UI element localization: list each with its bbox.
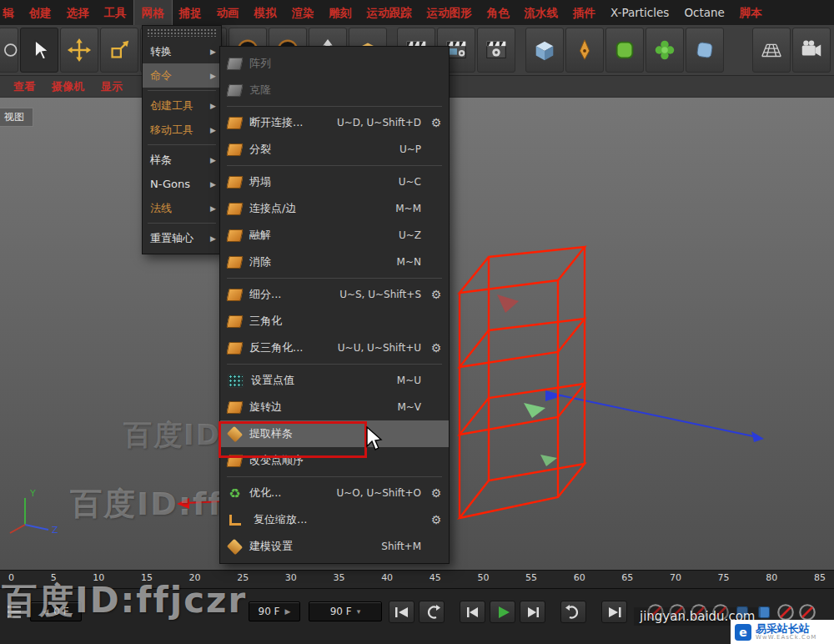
range-end-field[interactable]: 90 F ▶ xyxy=(249,601,300,621)
menu-separator xyxy=(227,165,442,166)
menu-xparticles[interactable]: X-Particles xyxy=(603,0,676,25)
menu-item-ngons[interactable]: N-Gons ▶ xyxy=(143,172,221,196)
menu-item-extract-spline[interactable]: 提取样条 xyxy=(220,420,449,447)
menu-item-optimize[interactable]: ♻ 优化... U~O, U~Shift+O ⚙ xyxy=(220,480,449,506)
site-logo-mark: e xyxy=(735,624,751,641)
menu-item-commands[interactable]: 命令 ▶ xyxy=(143,63,221,88)
menu-item-collapse[interactable]: 坍塌 U~C xyxy=(220,169,449,195)
ruler-tick: 35 xyxy=(333,573,344,583)
menu-mesh[interactable]: 网格 xyxy=(134,0,172,25)
menu-tools[interactable]: 工具 xyxy=(97,0,134,25)
menu-item-label: 细分... xyxy=(249,287,281,302)
max-frame-field[interactable]: 90 F ▾ xyxy=(309,601,382,621)
gear-icon[interactable]: ⚙ xyxy=(429,288,444,301)
menu-simulate[interactable]: 模拟 xyxy=(247,0,284,25)
ruler-tick: 65 xyxy=(621,573,633,583)
gear-icon[interactable]: ⚙ xyxy=(429,486,444,500)
menu-item-split[interactable]: 分裂 U~P xyxy=(220,136,449,163)
play-backwards-button[interactable] xyxy=(419,601,445,623)
gear-icon[interactable]: ⚙ xyxy=(429,116,444,129)
menu-separator xyxy=(148,90,216,91)
menu-item-convert[interactable]: 转换 ▶ xyxy=(143,39,221,63)
live-selection-cursor-icon[interactable] xyxy=(20,28,58,73)
current-frame-field[interactable]: ◀ 0 F xyxy=(30,601,82,621)
timeline-ruler[interactable]: 0 5 10 15 20 25 30 35 40 45 50 55 60 65 … xyxy=(0,570,834,588)
deformer-icon[interactable] xyxy=(686,28,724,73)
menu-item-weld-points-edges[interactable]: 连接点/边 M~M xyxy=(220,195,449,222)
range-increment-icon[interactable]: ▶ xyxy=(285,607,291,616)
menu-item-triangulate[interactable]: 三角化 xyxy=(220,308,449,335)
gear-icon[interactable]: ⚙ xyxy=(429,341,444,355)
menu-pipeline[interactable]: 流水线 xyxy=(517,0,566,25)
viewport-menu-camera[interactable]: 摄像机 xyxy=(43,76,93,98)
menu-item-reorder-points[interactable]: 改变点顺序 xyxy=(220,447,449,474)
shortcut-label: Shift+M xyxy=(381,541,421,552)
menu-render[interactable]: 渲染 xyxy=(284,0,322,25)
menu-item-reset-scale[interactable]: 复位缩放... ⚙ xyxy=(220,506,449,533)
shortcut-label: M~V xyxy=(397,401,421,413)
menu-item-subdivide[interactable]: 细分... U~S, U~Shift+S ⚙ xyxy=(220,281,449,308)
viewport-menu-view[interactable]: 查看 xyxy=(5,76,43,98)
menu-character[interactable]: 角色 xyxy=(480,0,517,25)
play-button[interactable] xyxy=(490,601,515,623)
loop-playback-button[interactable] xyxy=(560,601,586,623)
shortcut-label: U~O, U~Shift+O xyxy=(336,487,421,499)
menu-snap[interactable]: 捕捉 xyxy=(172,0,209,25)
menu-sculpt[interactable]: 雕刻 xyxy=(322,0,359,25)
menu-item-spline[interactable]: 样条 ▶ xyxy=(143,148,221,172)
menu-plugins[interactable]: 插件 xyxy=(565,0,603,25)
menu-tearoff-strip[interactable] xyxy=(147,28,217,37)
menu-select[interactable]: 选择 xyxy=(59,0,97,25)
ruler-tick: 75 xyxy=(718,573,730,583)
undo-icon[interactable] xyxy=(0,28,18,73)
ruler-tick: 0 xyxy=(8,573,14,583)
spline-pen-icon[interactable] xyxy=(565,28,604,73)
menu-create[interactable]: 创建 xyxy=(22,0,59,25)
camera-icon[interactable] xyxy=(792,28,831,73)
menu-mograph[interactable]: 运动图形 xyxy=(420,0,480,25)
extract-spline-icon xyxy=(227,425,243,441)
menu-item-label: 消除 xyxy=(249,254,271,269)
menu-item-label: 建模设置 xyxy=(249,539,293,554)
floor-grid-icon[interactable] xyxy=(752,28,791,73)
menu-item-create-tools[interactable]: 创建工具 ▶ xyxy=(143,93,221,118)
goto-start-button[interactable] xyxy=(389,601,414,623)
menu-item-rotate-edge[interactable]: 旋转边 M~V xyxy=(220,394,449,420)
shortcut-label: U~D, U~Shift+D xyxy=(337,117,421,128)
site-logo: e 易采站长站 WwW.EAsCk.CoM xyxy=(731,620,834,644)
viewport-menu-display[interactable]: 显示 xyxy=(93,76,131,98)
polygon-fragment-green-2 xyxy=(540,455,557,466)
menu-item-label: 融解 xyxy=(249,228,271,243)
next-frame-button[interactable] xyxy=(520,601,545,623)
menu-item-move-tools[interactable]: 移动工具 ▶ xyxy=(143,118,221,142)
menu-item-dissolve[interactable]: 消除 M~N xyxy=(220,249,449,275)
render-settings-icon[interactable] xyxy=(477,28,515,73)
scale-tool-icon[interactable] xyxy=(100,28,138,73)
menu-motion-tracker[interactable]: 运动跟踪 xyxy=(359,0,420,25)
menu-item-reset-axis[interactable]: 重置轴心 ▶ xyxy=(143,226,221,250)
menu-animate[interactable]: 动画 xyxy=(209,0,247,25)
shortcut-label: M~N xyxy=(397,256,421,268)
menu-item-modeling-settings[interactable]: 建模设置 Shift+M xyxy=(220,533,449,560)
view-tag[interactable]: 视图 xyxy=(0,108,33,127)
menu-octane[interactable]: Octane xyxy=(676,0,731,25)
frame-decrement-icon[interactable]: ◀ xyxy=(43,607,48,616)
ruler-tick: 60 xyxy=(574,573,585,583)
max-frame-dropdown-icon[interactable]: ▾ xyxy=(357,607,361,616)
menu-edit-partial[interactable]: 辑 xyxy=(0,0,22,25)
subdivision-surface-icon[interactable] xyxy=(605,28,644,73)
goto-end-button[interactable] xyxy=(601,601,627,623)
menu-item-disconnect[interactable]: 断开连接... U~D, U~Shift+D ⚙ xyxy=(220,109,449,136)
move-tool-icon[interactable] xyxy=(60,28,98,73)
cloner-flower-icon[interactable] xyxy=(646,28,684,73)
menu-item-normals[interactable]: 法线 ▶ xyxy=(143,196,221,220)
menu-item-set-point-value[interactable]: 设置点值 M~U xyxy=(220,367,449,394)
menu-item-label: 断开连接... xyxy=(249,115,303,130)
timeline-mode-icon[interactable] xyxy=(5,602,23,624)
previous-frame-button[interactable] xyxy=(460,601,485,623)
cube-primitive-icon[interactable] xyxy=(525,28,564,73)
menu-item-untriangulate[interactable]: 反三角化... U~U, U~Shift+U ⚙ xyxy=(220,335,449,361)
menu-script[interactable]: 脚本 xyxy=(732,0,770,25)
gear-icon[interactable]: ⚙ xyxy=(429,513,444,526)
menu-item-melt[interactable]: 融解 U~Z xyxy=(220,222,449,249)
